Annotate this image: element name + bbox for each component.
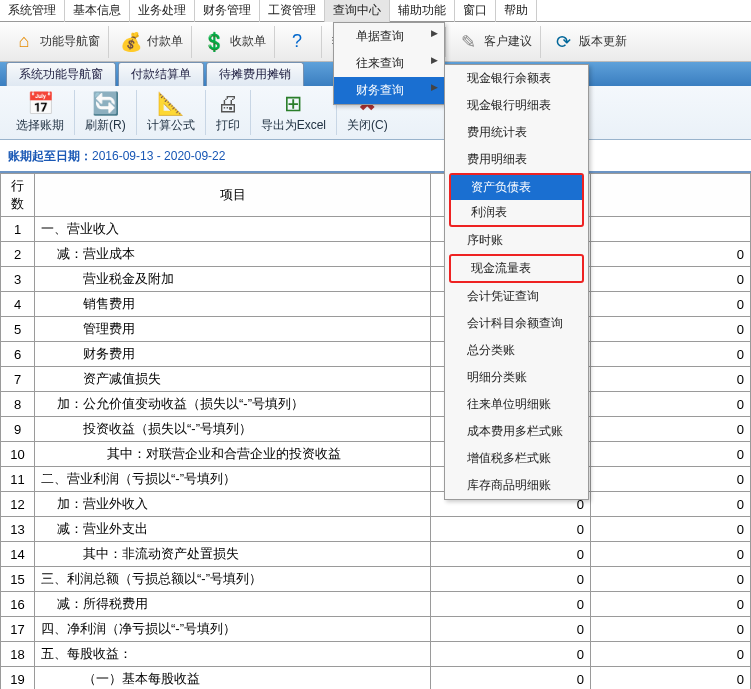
pay-icon: 💰 bbox=[119, 30, 143, 54]
table-row[interactable]: 17四、净利润（净亏损以“-”号填列）00 bbox=[1, 617, 751, 642]
menu-item[interactable]: 查询中心 bbox=[325, 0, 390, 22]
submenu-item[interactable]: 资产负债表 bbox=[451, 175, 582, 200]
toolbar-button[interactable]: ⌂功能导航窗 bbox=[4, 26, 109, 58]
toolbar-button[interactable]: 💰付款单 bbox=[111, 26, 192, 58]
table-row[interactable]: 14其中：非流动资产处置损失00 bbox=[1, 542, 751, 567]
table-row[interactable]: 12加：营业外收入00 bbox=[1, 492, 751, 517]
table-row[interactable]: 15三、利润总额（亏损总额以“-”号填列）00 bbox=[1, 567, 751, 592]
toolbar-button[interactable]: 💲收款单 bbox=[194, 26, 275, 58]
cell-item: 销售费用 bbox=[35, 292, 431, 317]
toolbar-button[interactable]: ? bbox=[277, 26, 322, 58]
menu-item[interactable]: 业务处理 bbox=[130, 0, 195, 22]
toolbar-button-label: 功能导航窗 bbox=[40, 33, 100, 50]
cell-prev: 0 bbox=[591, 367, 751, 392]
cell-rownum: 19 bbox=[1, 667, 35, 690]
ribbon-button[interactable]: 📅选择账期 bbox=[6, 90, 75, 135]
submenu-item[interactable]: 序时账 bbox=[445, 227, 588, 254]
cell-prev: 0 bbox=[591, 642, 751, 667]
ribbon-button-label: 关闭(C) bbox=[347, 117, 388, 134]
dropdown-item[interactable]: 单据查询 bbox=[334, 23, 444, 50]
table-row[interactable]: 10其中：对联营企业和合营企业的投资收益0 bbox=[1, 442, 751, 467]
cell-current: 0 bbox=[431, 567, 591, 592]
ribbon-button[interactable]: 🖨打印 bbox=[206, 90, 251, 135]
cell-current: 0 bbox=[431, 667, 591, 690]
toolbar-button[interactable]: ✎客户建议 bbox=[448, 26, 541, 58]
ribbon-button-label: 刷新(R) bbox=[85, 117, 126, 134]
recv-icon: 💲 bbox=[202, 30, 226, 54]
ref-icon: 🔄 bbox=[92, 91, 119, 117]
submenu-item[interactable]: 费用明细表 bbox=[445, 146, 588, 173]
submenu-item[interactable]: 现金银行余额表 bbox=[445, 65, 588, 92]
table-row[interactable]: 16减：所得税费用00 bbox=[1, 592, 751, 617]
table-row[interactable]: 4销售费用0 bbox=[1, 292, 751, 317]
cell-prev: 0 bbox=[591, 667, 751, 690]
toolbar-button-label: 收款单 bbox=[230, 33, 266, 50]
menu-item[interactable]: 窗口 bbox=[455, 0, 496, 22]
cal-icon: 📅 bbox=[27, 91, 54, 117]
tab[interactable]: 待摊费用摊销 bbox=[206, 62, 304, 86]
grid-header-row: 行数 项目 本期数 bbox=[1, 174, 751, 217]
ribbon-button[interactable]: 📐计算公式 bbox=[137, 90, 206, 135]
ribbon-button[interactable]: ⊞导出为Excel bbox=[251, 90, 337, 135]
table-row[interactable]: 13减：营业外支出00 bbox=[1, 517, 751, 542]
table-row[interactable]: 7资产减值损失0 bbox=[1, 367, 751, 392]
menu-item[interactable]: 工资管理 bbox=[260, 0, 325, 22]
menu-item[interactable]: 辅助功能 bbox=[390, 0, 455, 22]
submenu-item[interactable]: 会计凭证查询 bbox=[445, 283, 588, 310]
dropdown-item[interactable]: 往来查询 bbox=[334, 50, 444, 77]
table-row[interactable]: 1一、营业收入 bbox=[1, 217, 751, 242]
submenu-item[interactable]: 往来单位明细账 bbox=[445, 391, 588, 418]
cell-rownum: 12 bbox=[1, 492, 35, 517]
cell-prev: 0 bbox=[591, 267, 751, 292]
cell-item: 资产减值损失 bbox=[35, 367, 431, 392]
toolbar-button[interactable]: ⟳版本更新 bbox=[543, 26, 635, 58]
cell-prev: 0 bbox=[591, 592, 751, 617]
cell-rownum: 10 bbox=[1, 442, 35, 467]
tab[interactable]: 付款结算单 bbox=[118, 62, 204, 86]
cell-rownum: 17 bbox=[1, 617, 35, 642]
cell-prev: 0 bbox=[591, 292, 751, 317]
cell-rownum: 9 bbox=[1, 417, 35, 442]
cell-item: 投资收益（损失以“-”号填列） bbox=[35, 417, 431, 442]
table-row[interactable]: 6财务费用0 bbox=[1, 342, 751, 367]
cell-item: 一、营业收入 bbox=[35, 217, 431, 242]
ribbon-button[interactable]: 🔄刷新(R) bbox=[75, 90, 137, 135]
menu-item[interactable]: 基本信息 bbox=[65, 0, 130, 22]
tab[interactable]: 系统功能导航窗 bbox=[6, 62, 116, 86]
cell-prev: 0 bbox=[591, 442, 751, 467]
table-row[interactable]: 3营业税金及附加0 bbox=[1, 267, 751, 292]
cell-item: 其中：对联营企业和合营企业的投资收益 bbox=[35, 442, 431, 467]
submenu-item[interactable]: 费用统计表 bbox=[445, 119, 588, 146]
table-row[interactable]: 9投资收益（损失以“-”号填列）0 bbox=[1, 417, 751, 442]
data-grid: 行数 项目 本期数 1一、营业收入2减：营业成本03营业税金及附加04销售费用0… bbox=[0, 173, 751, 689]
submenu-item[interactable]: 总分类账 bbox=[445, 337, 588, 364]
submenu-item[interactable]: 成本费用多栏式账 bbox=[445, 418, 588, 445]
menu-item[interactable]: 财务管理 bbox=[195, 0, 260, 22]
submenu-item[interactable]: 明细分类账 bbox=[445, 364, 588, 391]
submenu-item[interactable]: 现金流量表 bbox=[451, 256, 582, 281]
table-row[interactable]: 11二、营业利润（亏损以“-”号填列）00 bbox=[1, 467, 751, 492]
cell-rownum: 2 bbox=[1, 242, 35, 267]
menu-item[interactable]: 帮助 bbox=[496, 0, 537, 22]
table-row[interactable]: 8加：公允价值变动收益（损失以“-”号填列）0 bbox=[1, 392, 751, 417]
table-row[interactable]: 5管理费用0 bbox=[1, 317, 751, 342]
cell-item: 减：营业外支出 bbox=[35, 517, 431, 542]
menu-item[interactable]: 系统管理 bbox=[0, 0, 65, 22]
cell-prev: 0 bbox=[591, 242, 751, 267]
cell-item: 二、营业利润（亏损以“-”号填列） bbox=[35, 467, 431, 492]
submenu-item[interactable]: 库存商品明细账 bbox=[445, 472, 588, 499]
submenu-item[interactable]: 利润表 bbox=[451, 200, 582, 225]
upd-icon: ⟳ bbox=[551, 30, 575, 54]
cell-rownum: 14 bbox=[1, 542, 35, 567]
table-row[interactable]: 19（一）基本每股收益00 bbox=[1, 667, 751, 690]
home-icon: ⌂ bbox=[12, 30, 36, 54]
submenu-item[interactable]: 现金银行明细表 bbox=[445, 92, 588, 119]
table-row[interactable]: 2减：营业成本0 bbox=[1, 242, 751, 267]
table-row[interactable]: 18五、每股收益：00 bbox=[1, 642, 751, 667]
submenu-item[interactable]: 增值税多栏式账 bbox=[445, 445, 588, 472]
cell-item: 五、每股收益： bbox=[35, 642, 431, 667]
grid-header-prev bbox=[591, 174, 751, 217]
submenu-item[interactable]: 会计科目余额查询 bbox=[445, 310, 588, 337]
dropdown-item[interactable]: 财务查询 bbox=[334, 77, 444, 104]
cell-rownum: 8 bbox=[1, 392, 35, 417]
